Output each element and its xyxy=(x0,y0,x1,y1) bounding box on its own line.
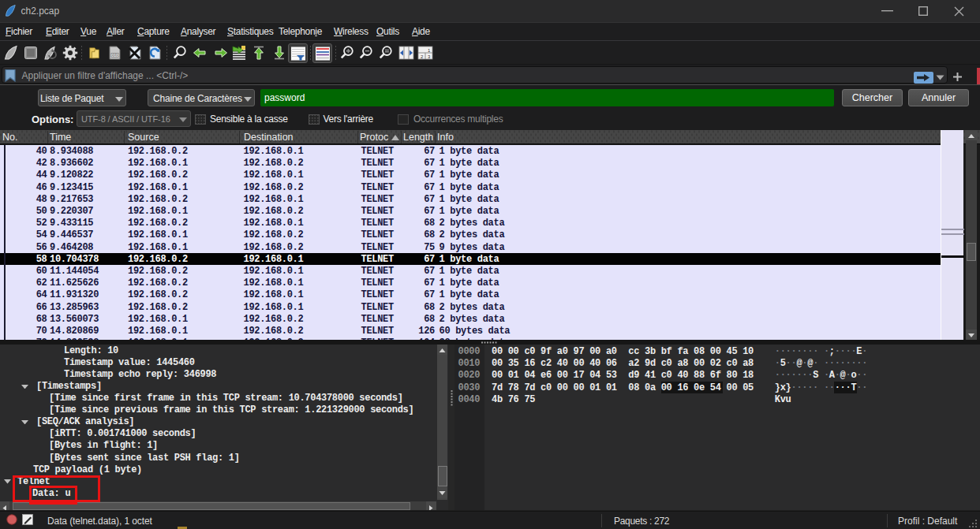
svg-text:010: 010 xyxy=(111,53,118,58)
